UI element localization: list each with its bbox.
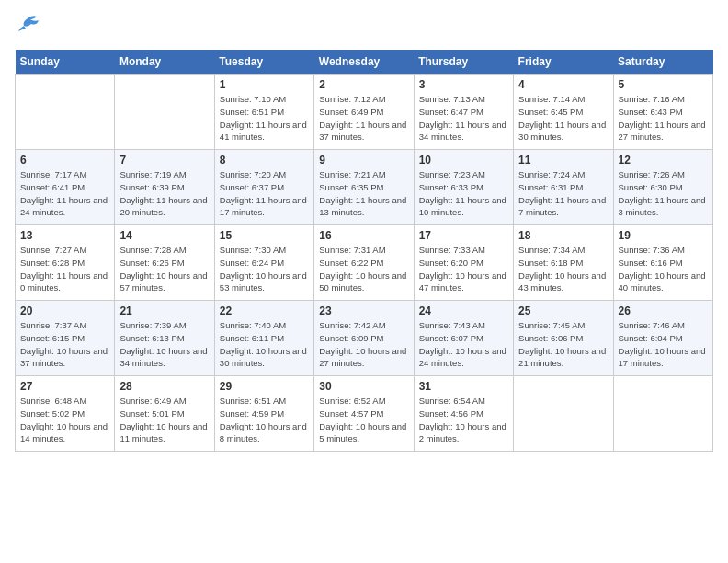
day-number: 27 [20,380,109,393]
day-info: Sunrise: 7:31 AM Sunset: 6:22 PM Dayligh… [319,244,408,294]
calendar-cell [16,75,115,150]
calendar-cell: 1Sunrise: 7:10 AM Sunset: 6:51 PM Daylig… [214,75,313,150]
day-info: Sunrise: 7:20 AM Sunset: 6:37 PM Dayligh… [220,168,309,219]
calendar-cell: 2Sunrise: 7:12 AM Sunset: 6:49 PM Daylig… [314,75,414,150]
calendar-cell: 22Sunrise: 7:40 AM Sunset: 6:11 PM Dayli… [214,301,313,376]
calendar-cell: 29Sunrise: 6:51 AM Sunset: 4:59 PM Dayli… [214,376,313,452]
day-number: 16 [319,229,408,242]
calendar-week-row: 20Sunrise: 7:37 AM Sunset: 6:15 PM Dayli… [16,301,713,376]
day-number: 19 [619,229,708,242]
day-info: Sunrise: 7:39 AM Sunset: 6:13 PM Dayligh… [119,319,209,370]
day-info: Sunrise: 7:27 AM Sunset: 6:28 PM Dayligh… [20,244,109,294]
day-info: Sunrise: 7:30 AM Sunset: 6:24 PM Dayligh… [220,244,309,294]
weekday-header-friday: Friday [514,50,613,75]
calendar-table: SundayMondayTuesdayWednesdayThursdayFrid… [15,50,713,452]
day-info: Sunrise: 7:37 AM Sunset: 6:15 PM Dayligh… [20,319,109,370]
calendar-cell: 21Sunrise: 7:39 AM Sunset: 6:13 PM Dayli… [115,301,214,376]
day-info: Sunrise: 7:43 AM Sunset: 6:07 PM Dayligh… [419,319,508,370]
day-number: 3 [419,78,508,91]
calendar-week-row: 13Sunrise: 7:27 AM Sunset: 6:28 PM Dayli… [16,225,713,301]
day-number: 4 [518,78,608,91]
day-info: Sunrise: 7:40 AM Sunset: 6:11 PM Dayligh… [220,319,309,370]
day-info: Sunrise: 6:54 AM Sunset: 4:56 PM Dayligh… [419,395,508,445]
day-number: 20 [20,304,109,317]
day-info: Sunrise: 7:45 AM Sunset: 6:06 PM Dayligh… [518,319,608,370]
calendar-cell: 18Sunrise: 7:34 AM Sunset: 6:18 PM Dayli… [514,225,613,301]
day-number: 8 [220,154,309,167]
day-info: Sunrise: 6:49 AM Sunset: 5:01 PM Dayligh… [119,395,209,445]
calendar-cell: 23Sunrise: 7:42 AM Sunset: 6:09 PM Dayli… [314,301,414,376]
logo [15,15,44,39]
calendar-cell: 13Sunrise: 7:27 AM Sunset: 6:28 PM Dayli… [16,225,115,301]
day-number: 12 [619,154,708,167]
day-number: 25 [518,304,608,317]
day-number: 6 [20,154,109,167]
day-number: 23 [319,304,408,317]
calendar-cell: 27Sunrise: 6:48 AM Sunset: 5:02 PM Dayli… [16,376,115,452]
calendar-cell: 28Sunrise: 6:49 AM Sunset: 5:01 PM Dayli… [115,376,214,452]
day-number: 1 [220,78,309,91]
calendar-cell: 3Sunrise: 7:13 AM Sunset: 6:47 PM Daylig… [414,75,513,150]
day-number: 5 [619,78,708,91]
day-info: Sunrise: 7:10 AM Sunset: 6:51 PM Dayligh… [220,93,309,144]
calendar-cell: 20Sunrise: 7:37 AM Sunset: 6:15 PM Dayli… [16,301,115,376]
day-number: 29 [220,380,309,393]
calendar-cell: 15Sunrise: 7:30 AM Sunset: 6:24 PM Dayli… [214,225,313,301]
calendar-cell: 19Sunrise: 7:36 AM Sunset: 6:16 PM Dayli… [613,225,712,301]
calendar-cell: 9Sunrise: 7:21 AM Sunset: 6:35 PM Daylig… [314,150,414,225]
day-info: Sunrise: 7:26 AM Sunset: 6:30 PM Dayligh… [619,168,708,219]
calendar-cell: 30Sunrise: 6:52 AM Sunset: 4:57 PM Dayli… [314,376,414,452]
day-number: 10 [419,154,508,167]
day-number: 9 [319,154,408,167]
day-number: 30 [319,380,408,393]
day-number: 2 [319,78,408,91]
day-info: Sunrise: 7:19 AM Sunset: 6:39 PM Dayligh… [119,168,209,219]
day-number: 28 [119,380,209,393]
calendar-cell: 16Sunrise: 7:31 AM Sunset: 6:22 PM Dayli… [314,225,414,301]
day-info: Sunrise: 7:28 AM Sunset: 6:26 PM Dayligh… [119,244,209,294]
day-number: 31 [419,380,508,393]
day-info: Sunrise: 7:46 AM Sunset: 6:04 PM Dayligh… [619,319,708,370]
logo-bird-icon [15,15,40,35]
weekday-header-tuesday: Tuesday [214,50,313,75]
calendar-cell: 11Sunrise: 7:24 AM Sunset: 6:31 PM Dayli… [514,150,613,225]
day-info: Sunrise: 7:23 AM Sunset: 6:33 PM Dayligh… [419,168,508,219]
day-info: Sunrise: 6:51 AM Sunset: 4:59 PM Dayligh… [220,395,309,445]
day-number: 14 [119,229,209,242]
day-info: Sunrise: 6:48 AM Sunset: 5:02 PM Dayligh… [20,395,109,445]
day-info: Sunrise: 7:34 AM Sunset: 6:18 PM Dayligh… [518,244,608,294]
calendar-cell: 31Sunrise: 6:54 AM Sunset: 4:56 PM Dayli… [414,376,513,452]
day-number: 15 [220,229,309,242]
calendar-cell: 26Sunrise: 7:46 AM Sunset: 6:04 PM Dayli… [613,301,712,376]
calendar-cell: 8Sunrise: 7:20 AM Sunset: 6:37 PM Daylig… [214,150,313,225]
calendar-week-row: 1Sunrise: 7:10 AM Sunset: 6:51 PM Daylig… [16,75,713,150]
calendar-cell [514,376,613,452]
day-info: Sunrise: 7:33 AM Sunset: 6:20 PM Dayligh… [419,244,508,294]
day-number: 18 [518,229,608,242]
calendar-cell: 14Sunrise: 7:28 AM Sunset: 6:26 PM Dayli… [115,225,214,301]
day-number: 26 [619,304,708,317]
calendar-cell: 17Sunrise: 7:33 AM Sunset: 6:20 PM Dayli… [414,225,513,301]
calendar-cell: 12Sunrise: 7:26 AM Sunset: 6:30 PM Dayli… [613,150,712,225]
day-number: 22 [220,304,309,317]
calendar-cell: 7Sunrise: 7:19 AM Sunset: 6:39 PM Daylig… [115,150,214,225]
day-info: Sunrise: 7:14 AM Sunset: 6:45 PM Dayligh… [518,93,608,144]
calendar-cell: 25Sunrise: 7:45 AM Sunset: 6:06 PM Dayli… [514,301,613,376]
calendar-cell: 4Sunrise: 7:14 AM Sunset: 6:45 PM Daylig… [514,75,613,150]
weekday-header-thursday: Thursday [414,50,513,75]
weekday-header-saturday: Saturday [613,50,712,75]
day-number: 13 [20,229,109,242]
day-number: 24 [419,304,508,317]
page-header [15,15,713,39]
day-number: 17 [419,229,508,242]
day-info: Sunrise: 7:36 AM Sunset: 6:16 PM Dayligh… [619,244,708,294]
day-info: Sunrise: 7:21 AM Sunset: 6:35 PM Dayligh… [319,168,408,219]
calendar-cell [115,75,214,150]
calendar-cell: 6Sunrise: 7:17 AM Sunset: 6:41 PM Daylig… [16,150,115,225]
day-number: 21 [119,304,209,317]
day-info: Sunrise: 7:13 AM Sunset: 6:47 PM Dayligh… [419,93,508,144]
day-info: Sunrise: 6:52 AM Sunset: 4:57 PM Dayligh… [319,395,408,445]
day-number: 11 [518,154,608,167]
day-info: Sunrise: 7:12 AM Sunset: 6:49 PM Dayligh… [319,93,408,144]
weekday-header-row: SundayMondayTuesdayWednesdayThursdayFrid… [16,50,713,75]
